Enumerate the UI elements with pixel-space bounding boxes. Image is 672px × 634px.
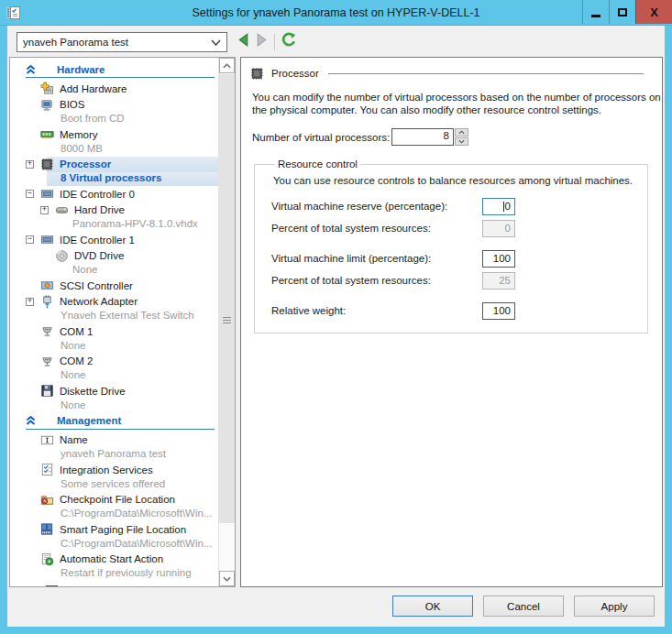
minimize-button[interactable]	[582, 0, 609, 24]
sidebar-item-label: Hard Drive	[74, 204, 125, 215]
spin-down-button[interactable]	[455, 137, 468, 146]
name-icon	[40, 433, 54, 447]
sidebar-item-label: SCSI Controller	[60, 280, 133, 291]
settings-nav-panel: HardwareAdd HardwareBIOSBoot from CDMemo…	[9, 57, 236, 587]
relative-weight-label: Relative weight:	[271, 305, 482, 316]
expand-toggle[interactable]: +	[40, 206, 49, 214]
sidebar-item-subtext: ynaveh Panorama test	[10, 448, 218, 462]
cancel-button[interactable]: Cancel	[483, 596, 564, 617]
sidebar-item-label: Smart Paging File Location	[60, 524, 186, 535]
sidebar-item-subtext: C:\ProgramData\Microsoft\Win...	[10, 538, 218, 552]
network-adapter-icon	[40, 295, 54, 309]
num-processors-stepper: 8	[391, 128, 468, 146]
sidebar-item-subtext: Panorama-HPV-8.1.0.vhdx	[10, 218, 218, 232]
sidebar-item-dvd-drive[interactable]: DVD Drive	[10, 248, 218, 265]
sidebar-item-smart-paging-file-location[interactable]: Smart Paging File Location	[10, 521, 218, 538]
add-hardware-icon	[40, 82, 54, 95]
sidebar-item-scsi-controller[interactable]: SCSI Controller	[10, 278, 218, 294]
diskette-icon	[40, 384, 54, 398]
sidebar-item-label: IDE Controller 1	[60, 235, 135, 246]
processor-description: You can modify the number of virtual pro…	[252, 91, 663, 116]
sidebar-item-bios[interactable]: BIOS	[10, 97, 218, 114]
section-header-management[interactable]: Management	[26, 415, 215, 430]
title-bar[interactable]: Settings for ynaveh Panorama test on HYP…	[0, 0, 672, 26]
collapse-toggle[interactable]: −	[26, 190, 34, 198]
forward-button[interactable]	[255, 32, 269, 48]
apply-button[interactable]: Apply	[574, 596, 655, 617]
sidebar-item-com-1[interactable]: COM 1	[10, 323, 218, 340]
back-button[interactable]	[237, 32, 250, 48]
sidebar-item-memory[interactable]: Memory	[10, 126, 218, 143]
settings-window: Settings for ynaveh Panorama test on HYP…	[0, 0, 672, 634]
sidebar-item-network-adapter[interactable]: +Network Adapter	[10, 294, 218, 311]
sidebar-item-subtext: None	[10, 369, 218, 383]
sidebar-item-automatic-start-action[interactable]: Automatic Start Action	[10, 552, 218, 568]
hard-drive-icon	[55, 203, 69, 217]
sidebar-item-checkpoint-file-location[interactable]: Checkpoint File Location	[10, 492, 218, 508]
smart-paging-icon	[40, 522, 54, 536]
resource-control-legend: Resource control	[275, 158, 360, 169]
expand-toggle[interactable]: +	[26, 160, 34, 169]
scrollbar-grip	[223, 317, 231, 325]
scrollbar-thumb[interactable]	[219, 74, 235, 523]
refresh-button[interactable]	[281, 31, 297, 49]
scroll-down-button[interactable]	[219, 571, 235, 586]
integration-services-icon	[40, 463, 54, 476]
maximize-button[interactable]	[609, 0, 635, 24]
spin-up-button[interactable]	[455, 128, 468, 137]
sidebar-item-diskette-drive[interactable]: Diskette Drive	[10, 383, 218, 399]
ide-controller-icon	[40, 187, 54, 201]
dialog-footer: OK Cancel Apply	[7, 587, 665, 627]
section-label: Hardware	[57, 64, 105, 75]
vm-reserve-label: Virtual machine reserve (percentage):	[271, 201, 482, 212]
ok-button[interactable]: OK	[392, 596, 473, 617]
dialog-body: ynaveh Panorama test HardwareAdd Hardwar…	[7, 26, 665, 627]
com-port-icon	[40, 355, 54, 368]
sidebar-item-integration-services[interactable]: Integration Services	[10, 462, 218, 478]
sidebar-item-label: IDE Controller 0	[60, 189, 135, 200]
processor-icon	[40, 158, 54, 171]
processor-settings-panel: Processor You can modify the number of v…	[240, 57, 663, 587]
com-port-icon	[40, 324, 54, 338]
sidebar-item-subtext: 8 Virtual processors	[10, 172, 218, 186]
collapse-chevrons-icon	[26, 415, 36, 426]
checkpoint-icon	[40, 493, 54, 507]
expand-toggle[interactable]: +	[26, 298, 34, 306]
vm-reserve-input[interactable]: 0	[482, 198, 515, 215]
chevron-down-icon	[211, 39, 221, 46]
window-title: Settings for ynaveh Panorama test on HYP…	[0, 6, 672, 19]
dvd-drive-icon	[55, 249, 69, 263]
vm-limit-label: Virtual machine limit (percentage):	[271, 253, 482, 264]
sidebar-item-name[interactable]: Name	[10, 432, 218, 449]
scroll-up-button[interactable]	[219, 58, 235, 73]
sidebar-item-hard-drive[interactable]: +Hard Drive	[10, 202, 218, 219]
sidebar-item-ide-controller-1[interactable]: −IDE Controller 1	[10, 232, 218, 248]
header-rule	[328, 73, 644, 74]
memory-icon	[40, 127, 54, 141]
sidebar-item-add-hardware[interactable]: Add Hardware	[10, 81, 218, 97]
app-icon	[6, 5, 22, 21]
close-button[interactable]: X	[635, 0, 672, 24]
relative-weight-input[interactable]: 100	[482, 302, 515, 320]
sidebar-scrollbar[interactable]	[218, 58, 235, 586]
sidebar-item-ide-controller-0[interactable]: −IDE Controller 0	[10, 186, 218, 202]
num-processors-input[interactable]: 8	[391, 128, 454, 146]
percent-reserve-label: Percent of total system resources:	[271, 223, 482, 234]
vm-selector-dropdown[interactable]: ynaveh Panorama test	[17, 32, 227, 52]
scsi-controller-icon	[40, 279, 54, 292]
sidebar-item-label: Network Adapter	[60, 296, 138, 307]
section-header-hardware[interactable]: Hardware	[26, 63, 215, 78]
sidebar-item-subtext: Boot from CD	[10, 113, 218, 126]
sidebar-item-subtext: C:\ProgramData\Microsoft\Win...	[10, 508, 218, 521]
sidebar-item-subtext: Some services offered	[10, 478, 218, 492]
sidebar-item-label: Add Hardware	[60, 83, 127, 94]
sidebar-item-com-2[interactable]: COM 2	[10, 354, 218, 370]
collapse-toggle[interactable]: −	[26, 235, 34, 244]
vm-selector-value: ynaveh Panorama test	[23, 37, 211, 48]
sidebar-item-label: BIOS	[60, 99, 84, 110]
sidebar-item-processor[interactable]: +Processor	[10, 157, 218, 173]
sidebar-item-label: Processor	[60, 158, 111, 169]
sidebar-item-subtext: None	[10, 399, 218, 413]
sidebar-item-label: Name	[60, 434, 88, 445]
vm-limit-input[interactable]: 100	[482, 250, 515, 268]
